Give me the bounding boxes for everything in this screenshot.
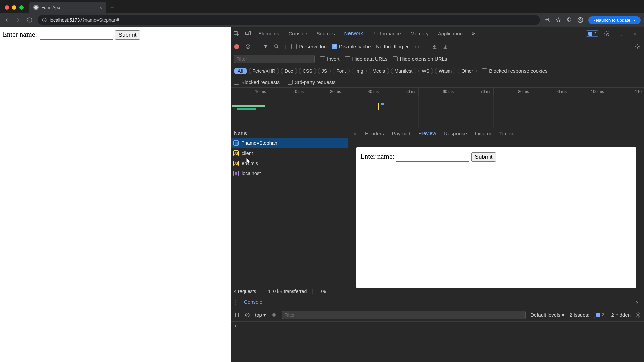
name-form: Enter name: Submit — [3, 30, 228, 40]
type-pill-wasm[interactable]: Wasm — [435, 68, 455, 74]
hide-extension-urls-checkbox[interactable]: Hide extension URLs — [393, 56, 447, 62]
detail-tab-payload[interactable]: Payload — [388, 128, 414, 139]
third-party-checkbox[interactable]: 3rd-party requests — [288, 79, 336, 85]
console-issues-badge[interactable]: 2 — [594, 312, 606, 318]
profile-icon[interactable] — [577, 17, 584, 23]
hide-data-urls-checkbox[interactable]: Hide data URLs — [345, 56, 388, 62]
network-controls: | | Preserve log ✓Disable cache No throt… — [231, 40, 644, 53]
search-icon[interactable] — [274, 44, 279, 49]
request-name: localhost — [241, 171, 261, 176]
request-row[interactable]: JSclient — [231, 148, 348, 158]
devtools-tab-sources[interactable]: Sources — [312, 27, 340, 40]
preview-input[interactable] — [396, 153, 469, 162]
console-settings-icon[interactable] — [635, 312, 641, 318]
minimize-window-icon[interactable] — [12, 5, 16, 10]
kebab-icon[interactable]: ⋮ — [615, 27, 627, 40]
preview-pane: Enter name: Submit — [356, 147, 636, 288]
drawer-kebab-icon[interactable]: ⋮ — [233, 299, 238, 305]
timeline-tick: 50 ms — [381, 88, 419, 95]
issues-badge[interactable]: 2 — [586, 30, 598, 37]
submit-button[interactable]: Submit — [115, 30, 140, 40]
drawer-close-icon[interactable]: × — [636, 299, 641, 305]
record-button[interactable] — [234, 44, 239, 49]
reload-button[interactable] — [26, 17, 33, 23]
devtools-tab-console[interactable]: Console — [284, 27, 312, 40]
console-context-select[interactable]: top ▾ — [255, 312, 266, 318]
console-clear-icon[interactable] — [244, 312, 250, 318]
console-sidebar-icon[interactable] — [233, 312, 239, 318]
disable-cache-checkbox[interactable]: ✓Disable cache — [332, 44, 371, 49]
address-bar[interactable]: localhost:5173/?name=Stephan# — [38, 15, 540, 25]
type-pill-manifest[interactable]: Manifest — [391, 68, 416, 74]
more-tabs-icon[interactable] — [467, 27, 479, 40]
throttling-select[interactable]: No throttling ▾ — [376, 44, 409, 50]
type-pill-other[interactable]: Other — [458, 68, 477, 74]
bookmark-icon[interactable] — [555, 17, 561, 23]
network-timeline[interactable]: 10 ms20 ms30 ms40 ms50 ms60 ms70 ms80 ms… — [231, 88, 644, 128]
detail-tab-preview[interactable]: Preview — [414, 128, 440, 139]
type-pill-img[interactable]: Img — [352, 68, 367, 74]
live-expression-icon[interactable] — [271, 312, 277, 318]
new-tab-button[interactable]: + — [108, 4, 116, 11]
browser-tab[interactable]: Form App × — [29, 2, 106, 13]
console-filter-input[interactable] — [282, 311, 526, 319]
type-pill-doc[interactable]: Doc — [281, 68, 297, 74]
inspect-element-icon[interactable] — [231, 27, 242, 40]
timeline-bar — [237, 108, 256, 110]
clear-button[interactable] — [245, 44, 251, 50]
name-input[interactable] — [40, 31, 113, 40]
tab-strip: Form App × + — [0, 0, 644, 13]
request-row[interactable]: ⇅localhost — [231, 168, 348, 178]
blocked-cookies-checkbox[interactable]: Blocked response cookies — [482, 68, 547, 74]
tab-close-icon[interactable]: × — [99, 5, 102, 10]
type-pill-font[interactable]: Font — [333, 68, 350, 74]
gear-icon[interactable] — [601, 27, 612, 40]
filter-icon[interactable] — [263, 44, 268, 49]
devtools-tab-application[interactable]: Application — [433, 27, 467, 40]
forward-button[interactable] — [15, 17, 21, 23]
devtools-tab-memory[interactable]: Memory — [406, 27, 433, 40]
console-body[interactable]: › — [231, 322, 644, 362]
devtools-tab-performance[interactable]: Performance — [368, 27, 406, 40]
network-filter-input[interactable] — [234, 55, 315, 63]
invert-checkbox[interactable]: Invert — [320, 56, 340, 62]
blocked-requests-checkbox[interactable]: Blocked requests — [234, 79, 280, 85]
detail-tab-timing[interactable]: Timing — [495, 128, 518, 139]
timeline-tick: 100 ms — [569, 88, 606, 95]
type-pill-all[interactable]: All — [234, 68, 247, 74]
network-conditions-icon[interactable] — [414, 44, 420, 50]
detail-tab-response[interactable]: Response — [440, 128, 471, 139]
log-levels-select[interactable]: Default levels ▾ — [530, 312, 565, 318]
type-pill-css[interactable]: CSS — [299, 68, 316, 74]
column-header-name[interactable]: Name — [231, 128, 348, 138]
detail-tab-headers[interactable]: Headers — [361, 128, 388, 139]
devtools-close-icon[interactable]: × — [629, 27, 641, 40]
detail-close-icon[interactable]: × — [350, 131, 360, 136]
preview-submit-button[interactable]: Submit — [471, 152, 496, 162]
request-row[interactable]: JSenv.mjs — [231, 158, 348, 168]
zoom-icon[interactable] — [545, 17, 551, 23]
console-drawer-tab[interactable]: Console — [242, 296, 264, 308]
doc-icon: ▤ — [233, 140, 239, 146]
type-pill-js[interactable]: JS — [318, 68, 331, 74]
device-toolbar-icon[interactable] — [242, 27, 254, 40]
type-pill-fetchxhr[interactable]: Fetch/XHR — [249, 68, 279, 74]
preserve-log-checkbox[interactable]: Preserve log — [291, 44, 327, 49]
detail-tab-initiator[interactable]: Initiator — [471, 128, 495, 139]
close-window-icon[interactable] — [5, 5, 9, 10]
request-row[interactable]: ▤?name=Stephan — [231, 138, 348, 148]
upload-har-icon[interactable] — [432, 44, 437, 49]
devtools-tab-network[interactable]: Network — [340, 27, 368, 40]
timeline-tick: 110 — [606, 88, 644, 95]
type-pill-ws[interactable]: WS — [418, 68, 433, 74]
relaunch-button[interactable]: Relaunch to update⋮ — [588, 16, 641, 24]
back-button[interactable] — [3, 17, 10, 23]
network-settings-icon[interactable] — [635, 44, 641, 50]
extensions-icon[interactable] — [566, 17, 572, 23]
site-info-icon[interactable] — [42, 17, 47, 23]
timeline-marker — [381, 103, 384, 105]
type-pill-media[interactable]: Media — [369, 68, 389, 74]
download-har-icon[interactable] — [443, 44, 448, 49]
devtools-tab-elements[interactable]: Elements — [254, 27, 284, 40]
fullscreen-window-icon[interactable] — [19, 5, 24, 10]
